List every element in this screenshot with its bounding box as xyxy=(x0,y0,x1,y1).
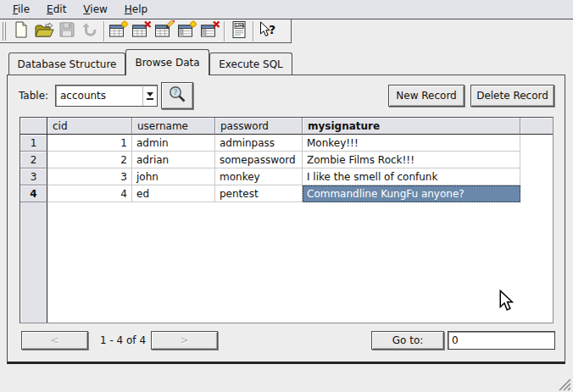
create-table-icon xyxy=(108,20,129,41)
tab-browse-data[interactable]: Browse Data xyxy=(125,49,209,75)
column-header-password[interactable]: password xyxy=(215,118,303,135)
new-database-icon xyxy=(12,20,31,41)
save-database-button[interactable] xyxy=(55,20,78,42)
sql-log-icon: LOG xyxy=(230,20,248,41)
grid-header-row: cid username password mysignature xyxy=(20,118,553,135)
toolbar-separator xyxy=(253,21,253,41)
table-row: 2 2 adrian somepassword Zombie Films Roc… xyxy=(20,152,553,168)
cell-cid[interactable]: 1 xyxy=(47,135,132,152)
revert-changes-icon xyxy=(81,20,99,41)
chevron-down-icon[interactable] xyxy=(142,86,157,106)
toolbar: LOG ? xyxy=(0,19,292,43)
tab-label: Browse Data xyxy=(135,57,199,69)
modify-table-icon xyxy=(154,20,175,41)
cell-mysignature[interactable]: Zombie Films Rock!!! xyxy=(303,152,520,168)
column-header-cid[interactable]: cid xyxy=(47,118,132,135)
cell-username[interactable]: admin xyxy=(132,135,215,152)
magnifier-icon: ? xyxy=(166,84,188,108)
cell-password[interactable]: monkey xyxy=(215,168,303,185)
new-database-button[interactable] xyxy=(9,20,32,42)
tab-execute-sql[interactable]: Execute SQL xyxy=(209,52,292,75)
menu-file[interactable]: File xyxy=(4,1,38,19)
svg-text:LOG: LOG xyxy=(235,24,244,28)
row-header[interactable]: 4 xyxy=(20,185,47,202)
grid-corner-cell[interactable] xyxy=(20,118,47,135)
toolbar-separator xyxy=(224,21,225,41)
table-select[interactable]: accounts xyxy=(55,85,158,107)
svg-text:?: ? xyxy=(269,23,275,36)
column-header-mysignature[interactable]: mysignature xyxy=(303,118,520,135)
grid-empty-canvas xyxy=(47,202,553,323)
cell-username[interactable]: john xyxy=(132,168,215,185)
cell-password[interactable]: pentest xyxy=(215,185,303,202)
next-page-button[interactable]: > xyxy=(151,331,218,350)
record-range-label: 1 - 4 of 4 xyxy=(92,331,153,350)
cell-username[interactable]: ed xyxy=(132,185,215,202)
menu-view[interactable]: View xyxy=(75,1,115,19)
sql-log-button[interactable]: LOG xyxy=(227,20,250,42)
cell-username[interactable]: adrian xyxy=(132,152,215,168)
goto-input[interactable] xyxy=(448,331,555,350)
cell-cid[interactable]: 3 xyxy=(47,168,132,185)
table-row-selected: 4 4 ed pentest Commandline KungFu anyone… xyxy=(20,185,553,202)
delete-index-icon xyxy=(200,20,220,41)
cell-mysignature[interactable]: I like the smell of confunk xyxy=(303,168,520,185)
delete-index-button[interactable] xyxy=(198,20,221,42)
create-table-button[interactable] xyxy=(107,20,130,42)
cell-mysignature[interactable]: Monkey!!! xyxy=(303,135,520,152)
create-index-button[interactable] xyxy=(175,20,198,42)
table-label: Table: xyxy=(19,90,48,102)
delete-table-button[interactable] xyxy=(130,20,153,42)
tab-database-structure[interactable]: Database Structure xyxy=(8,52,125,75)
column-header-username[interactable]: username xyxy=(132,118,215,135)
sqlite-database-browser-window: File Edit View Help xyxy=(0,0,573,392)
data-grid: cid username password mysignature 1 1 ad… xyxy=(19,117,554,323)
row-header-strip xyxy=(20,202,47,323)
column-header-filler xyxy=(520,118,553,135)
row-header[interactable]: 2 xyxy=(20,152,47,168)
search-button[interactable]: ? xyxy=(161,82,193,109)
cell-cid[interactable]: 4 xyxy=(47,185,132,202)
delete-table-icon xyxy=(131,20,152,41)
tab-label: Execute SQL xyxy=(219,58,283,70)
menubar: File Edit View Help xyxy=(0,0,573,19)
tab-label: Database Structure xyxy=(18,58,117,70)
open-database-button[interactable] xyxy=(32,20,55,42)
create-index-icon xyxy=(177,20,197,41)
browse-data-pane: Table: accounts ? New Record Delete Reco… xyxy=(7,75,565,364)
delete-record-button[interactable]: Delete Record xyxy=(470,85,554,107)
save-database-icon xyxy=(58,20,76,41)
modify-table-button[interactable] xyxy=(153,20,175,42)
previous-page-button[interactable]: < xyxy=(21,331,88,350)
grid-empty-area xyxy=(20,202,553,323)
cell-mysignature-selected[interactable]: Commandline KungFu anyone? xyxy=(303,185,520,202)
table-select-value: accounts xyxy=(56,90,142,102)
revert-changes-button[interactable] xyxy=(78,20,101,42)
whats-this-button[interactable]: ? xyxy=(256,20,279,42)
cell-password[interactable]: adminpass xyxy=(215,135,303,152)
cell-password[interactable]: somepassword xyxy=(215,152,303,168)
toolbar-drag-handle[interactable] xyxy=(3,22,6,41)
row-header[interactable]: 3 xyxy=(20,168,47,185)
goto-button[interactable]: Go to: xyxy=(371,331,444,350)
new-record-button[interactable]: New Record xyxy=(388,85,465,107)
resize-grip[interactable] xyxy=(557,378,571,391)
row-header[interactable]: 1 xyxy=(20,135,47,152)
cell-cid[interactable]: 2 xyxy=(47,152,132,168)
menu-help[interactable]: Help xyxy=(116,1,156,19)
toolbar-separator xyxy=(103,21,104,41)
menu-edit[interactable]: Edit xyxy=(38,1,75,19)
whats-this-icon: ? xyxy=(258,20,278,41)
open-database-icon xyxy=(34,20,54,41)
table-row: 1 1 admin adminpass Monkey!!! xyxy=(20,135,553,152)
svg-text:?: ? xyxy=(173,88,177,97)
table-row: 3 3 john monkey I like the smell of conf… xyxy=(20,168,553,185)
